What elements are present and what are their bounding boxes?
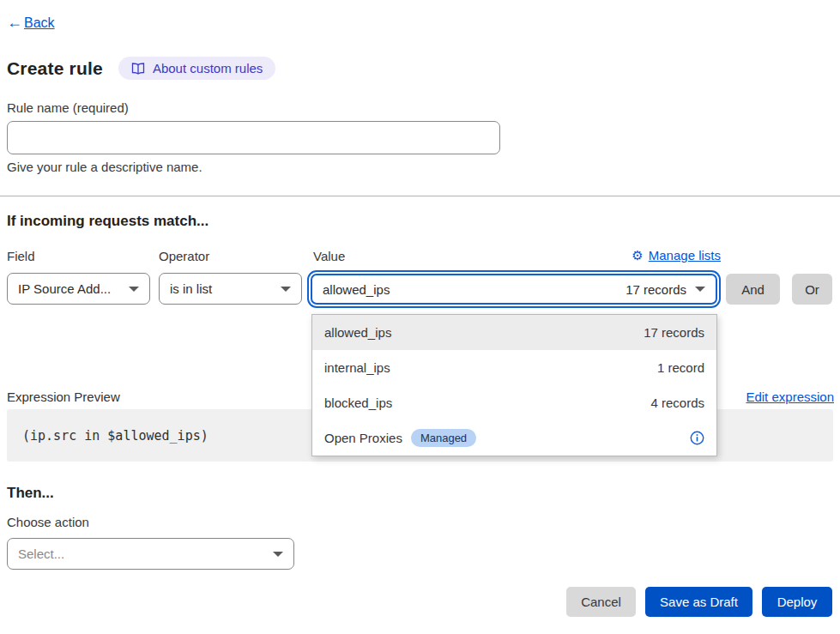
operator-select[interactable]: is in list: [159, 273, 302, 305]
list-item-internal-ips[interactable]: internal_ips 1 record: [312, 350, 716, 385]
list-item-name: blocked_ips: [324, 395, 392, 410]
page-title: Create rule: [7, 58, 103, 79]
field-select[interactable]: IP Source Add...: [7, 273, 150, 305]
list-item-name: allowed_ips: [324, 325, 391, 340]
value-select[interactable]: allowed_ips 17 records: [311, 274, 717, 305]
managed-badge: Managed: [411, 429, 476, 447]
back-link-label: Back: [24, 15, 55, 31]
rule-name-input[interactable]: [7, 121, 500, 154]
back-link[interactable]: ← Back: [7, 14, 55, 32]
match-section-heading: If incoming requests match...: [7, 213, 208, 230]
manage-lists-label: Manage lists: [649, 248, 721, 263]
edit-expression-link[interactable]: Edit expression: [746, 389, 834, 404]
operator-label: Operator: [159, 249, 209, 263]
or-button[interactable]: Or: [792, 274, 832, 305]
choose-action-label: Choose action: [7, 515, 89, 529]
expression-preview-label: Expression Preview: [7, 389, 120, 404]
field-label: Field: [7, 249, 35, 263]
chevron-down-icon: [695, 287, 705, 292]
list-item-blocked-ips[interactable]: blocked_ips 4 records: [312, 385, 716, 420]
chevron-down-icon: [129, 287, 139, 292]
info-icon[interactable]: [690, 431, 704, 445]
list-item-name: Open Proxies: [324, 431, 402, 445]
and-button[interactable]: And: [726, 274, 780, 305]
chevron-down-icon: [281, 287, 291, 292]
rule-name-helper: Give your rule a descriptive name.: [7, 160, 202, 174]
cancel-button[interactable]: Cancel: [566, 587, 636, 617]
back-arrow-icon: ←: [7, 14, 22, 32]
then-section-heading: Then...: [7, 485, 54, 502]
deploy-button[interactable]: Deploy: [762, 587, 832, 617]
action-select[interactable]: Select...: [7, 538, 294, 570]
title-row: Create rule About custom rules: [7, 57, 275, 80]
gear-icon: ⚙: [632, 249, 643, 262]
list-item-name: internal_ips: [324, 360, 390, 375]
value-select-records: 17 records: [625, 282, 686, 297]
book-icon: [131, 63, 145, 75]
list-item-records: 1 record: [657, 360, 704, 375]
action-select-placeholder: Select...: [18, 546, 264, 561]
section-divider: [0, 196, 840, 196]
about-custom-rules-link[interactable]: About custom rules: [118, 57, 275, 80]
value-select-name: allowed_ips: [323, 282, 390, 297]
chevron-down-icon: [273, 552, 283, 557]
operator-select-value: is in list: [170, 281, 272, 296]
value-label: Value: [313, 249, 345, 263]
list-item-allowed-ips[interactable]: allowed_ips 17 records: [312, 315, 716, 350]
rule-name-label: Rule name (required): [7, 100, 129, 115]
save-as-draft-button[interactable]: Save as Draft: [645, 587, 752, 617]
field-select-value: IP Source Add...: [18, 281, 120, 296]
manage-lists-link[interactable]: ⚙ Manage lists: [632, 248, 721, 263]
expression-code: (ip.src in $allowed_ips): [22, 428, 208, 444]
create-rule-page: ← Back Create rule About custom rules Ru…: [0, 0, 840, 634]
about-badge-label: About custom rules: [153, 61, 263, 75]
value-dropdown-list: allowed_ips 17 records internal_ips 1 re…: [311, 314, 717, 456]
list-item-records: 17 records: [644, 325, 704, 340]
list-item-records: 4 records: [650, 395, 704, 410]
list-item-open-proxies[interactable]: Open Proxies Managed: [312, 420, 716, 456]
